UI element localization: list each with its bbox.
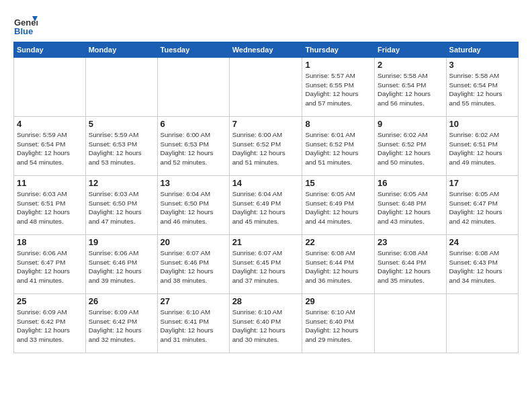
- day-number: 13: [161, 178, 226, 188]
- week-row-2: 4Sunrise: 5:59 AM Sunset: 6:54 PM Daylig…: [14, 117, 519, 176]
- calendar-cell: 28Sunrise: 6:10 AM Sunset: 6:40 PM Dayli…: [229, 294, 302, 353]
- weekday-header-wednesday: Wednesday: [229, 42, 302, 58]
- week-row-4: 18Sunrise: 6:06 AM Sunset: 6:47 PM Dayli…: [14, 235, 519, 294]
- day-number: 8: [305, 119, 371, 129]
- day-detail: Sunrise: 6:05 AM Sunset: 6:48 PM Dayligh…: [378, 189, 443, 226]
- day-detail: Sunrise: 5:59 AM Sunset: 6:53 PM Dayligh…: [89, 130, 154, 167]
- day-number: 4: [17, 119, 83, 129]
- page: General Blue SundayMondayTuesdayWednesda…: [0, 0, 532, 364]
- weekday-header-row: SundayMondayTuesdayWednesdayThursdayFrid…: [14, 42, 519, 58]
- weekday-header-saturday: Saturday: [446, 42, 518, 58]
- calendar-cell: 14Sunrise: 6:04 AM Sunset: 6:49 PM Dayli…: [229, 176, 302, 235]
- day-detail: Sunrise: 6:06 AM Sunset: 6:46 PM Dayligh…: [89, 248, 154, 285]
- weekday-header-sunday: Sunday: [14, 42, 86, 58]
- day-detail: Sunrise: 6:04 AM Sunset: 6:49 PM Dayligh…: [232, 189, 300, 226]
- day-detail: Sunrise: 6:03 AM Sunset: 6:51 PM Dayligh…: [17, 189, 83, 226]
- calendar-cell: 1Sunrise: 5:57 AM Sunset: 6:55 PM Daylig…: [302, 58, 375, 117]
- day-number: 18: [17, 237, 83, 247]
- calendar-cell: 26Sunrise: 6:09 AM Sunset: 6:42 PM Dayli…: [85, 294, 157, 353]
- calendar-table: SundayMondayTuesdayWednesdayThursdayFrid…: [13, 42, 519, 353]
- calendar-cell: [375, 294, 447, 353]
- calendar-cell: 19Sunrise: 6:06 AM Sunset: 6:46 PM Dayli…: [85, 235, 157, 294]
- calendar-cell: [157, 58, 229, 117]
- day-number: 29: [305, 296, 371, 306]
- calendar-cell: 21Sunrise: 6:07 AM Sunset: 6:45 PM Dayli…: [229, 235, 302, 294]
- day-number: 24: [449, 237, 515, 247]
- day-detail: Sunrise: 6:00 AM Sunset: 6:53 PM Dayligh…: [161, 130, 226, 167]
- day-detail: Sunrise: 6:05 AM Sunset: 6:49 PM Dayligh…: [305, 189, 371, 226]
- calendar-cell: 7Sunrise: 6:00 AM Sunset: 6:52 PM Daylig…: [229, 117, 302, 176]
- day-detail: Sunrise: 6:03 AM Sunset: 6:50 PM Dayligh…: [89, 189, 154, 226]
- day-number: 22: [305, 237, 371, 247]
- calendar-cell: 11Sunrise: 6:03 AM Sunset: 6:51 PM Dayli…: [14, 176, 86, 235]
- day-detail: Sunrise: 6:04 AM Sunset: 6:50 PM Dayligh…: [161, 189, 226, 226]
- calendar-cell: 12Sunrise: 6:03 AM Sunset: 6:50 PM Dayli…: [85, 176, 157, 235]
- day-number: 12: [89, 178, 154, 188]
- calendar-cell: 13Sunrise: 6:04 AM Sunset: 6:50 PM Dayli…: [157, 176, 229, 235]
- day-detail: Sunrise: 6:10 AM Sunset: 6:40 PM Dayligh…: [232, 308, 300, 345]
- day-number: 20: [161, 237, 226, 247]
- day-number: 21: [232, 237, 300, 247]
- logo: General Blue: [13, 13, 40, 38]
- day-number: 28: [232, 296, 300, 306]
- day-number: 27: [161, 296, 226, 306]
- day-number: 6: [161, 119, 226, 129]
- day-number: 17: [449, 178, 515, 188]
- day-detail: Sunrise: 6:08 AM Sunset: 6:44 PM Dayligh…: [378, 248, 443, 285]
- calendar-cell: 24Sunrise: 6:08 AM Sunset: 6:43 PM Dayli…: [446, 235, 518, 294]
- header: General Blue: [13, 11, 519, 38]
- calendar-cell: 2Sunrise: 5:58 AM Sunset: 6:54 PM Daylig…: [375, 58, 447, 117]
- weekday-header-thursday: Thursday: [302, 42, 375, 58]
- day-detail: Sunrise: 6:10 AM Sunset: 6:40 PM Dayligh…: [305, 308, 371, 345]
- day-number: 26: [89, 296, 154, 306]
- day-detail: Sunrise: 5:58 AM Sunset: 6:54 PM Dayligh…: [449, 71, 515, 108]
- day-detail: Sunrise: 6:07 AM Sunset: 6:46 PM Dayligh…: [161, 248, 226, 285]
- day-detail: Sunrise: 6:06 AM Sunset: 6:47 PM Dayligh…: [17, 248, 83, 285]
- week-row-5: 25Sunrise: 6:09 AM Sunset: 6:42 PM Dayli…: [14, 294, 519, 353]
- weekday-header-monday: Monday: [85, 42, 157, 58]
- svg-text:Blue: Blue: [14, 26, 33, 36]
- calendar-cell: 6Sunrise: 6:00 AM Sunset: 6:53 PM Daylig…: [157, 117, 229, 176]
- calendar-cell: 5Sunrise: 5:59 AM Sunset: 6:53 PM Daylig…: [85, 117, 157, 176]
- day-detail: Sunrise: 6:08 AM Sunset: 6:43 PM Dayligh…: [449, 248, 515, 285]
- day-detail: Sunrise: 5:58 AM Sunset: 6:54 PM Dayligh…: [378, 71, 443, 108]
- calendar-cell: 18Sunrise: 6:06 AM Sunset: 6:47 PM Dayli…: [14, 235, 86, 294]
- calendar-cell: 15Sunrise: 6:05 AM Sunset: 6:49 PM Dayli…: [302, 176, 375, 235]
- day-number: 7: [232, 119, 300, 129]
- weekday-header-tuesday: Tuesday: [157, 42, 229, 58]
- day-number: 19: [89, 237, 154, 247]
- day-detail: Sunrise: 6:07 AM Sunset: 6:45 PM Dayligh…: [232, 248, 300, 285]
- day-number: 15: [305, 178, 371, 188]
- calendar-cell: 16Sunrise: 6:05 AM Sunset: 6:48 PM Dayli…: [375, 176, 447, 235]
- calendar-cell: 25Sunrise: 6:09 AM Sunset: 6:42 PM Dayli…: [14, 294, 86, 353]
- calendar-cell: [14, 58, 86, 117]
- calendar-cell: 9Sunrise: 6:02 AM Sunset: 6:52 PM Daylig…: [375, 117, 447, 176]
- day-detail: Sunrise: 6:08 AM Sunset: 6:44 PM Dayligh…: [305, 248, 371, 285]
- calendar-cell: 29Sunrise: 6:10 AM Sunset: 6:40 PM Dayli…: [302, 294, 375, 353]
- week-row-3: 11Sunrise: 6:03 AM Sunset: 6:51 PM Dayli…: [14, 176, 519, 235]
- logo-icon: General Blue: [13, 13, 38, 38]
- day-number: 25: [17, 296, 83, 306]
- calendar-cell: 22Sunrise: 6:08 AM Sunset: 6:44 PM Dayli…: [302, 235, 375, 294]
- day-detail: Sunrise: 6:09 AM Sunset: 6:42 PM Dayligh…: [89, 308, 154, 345]
- day-number: 9: [378, 119, 443, 129]
- calendar-cell: 3Sunrise: 5:58 AM Sunset: 6:54 PM Daylig…: [446, 58, 518, 117]
- calendar-cell: 4Sunrise: 5:59 AM Sunset: 6:54 PM Daylig…: [14, 117, 86, 176]
- day-detail: Sunrise: 5:57 AM Sunset: 6:55 PM Dayligh…: [305, 71, 371, 108]
- calendar-cell: [85, 58, 157, 117]
- day-detail: Sunrise: 6:01 AM Sunset: 6:52 PM Dayligh…: [305, 130, 371, 167]
- day-number: 3: [449, 60, 515, 70]
- calendar-cell: 8Sunrise: 6:01 AM Sunset: 6:52 PM Daylig…: [302, 117, 375, 176]
- day-detail: Sunrise: 5:59 AM Sunset: 6:54 PM Dayligh…: [17, 130, 83, 167]
- calendar-cell: 17Sunrise: 6:05 AM Sunset: 6:47 PM Dayli…: [446, 176, 518, 235]
- day-detail: Sunrise: 6:05 AM Sunset: 6:47 PM Dayligh…: [449, 189, 515, 226]
- weekday-header-friday: Friday: [375, 42, 447, 58]
- day-number: 1: [305, 60, 371, 70]
- week-row-1: 1Sunrise: 5:57 AM Sunset: 6:55 PM Daylig…: [14, 58, 519, 117]
- day-number: 11: [17, 178, 83, 188]
- calendar-cell: 20Sunrise: 6:07 AM Sunset: 6:46 PM Dayli…: [157, 235, 229, 294]
- day-detail: Sunrise: 6:00 AM Sunset: 6:52 PM Dayligh…: [232, 130, 300, 167]
- day-number: 5: [89, 119, 154, 129]
- calendar-cell: [229, 58, 302, 117]
- day-detail: Sunrise: 6:10 AM Sunset: 6:41 PM Dayligh…: [161, 308, 226, 345]
